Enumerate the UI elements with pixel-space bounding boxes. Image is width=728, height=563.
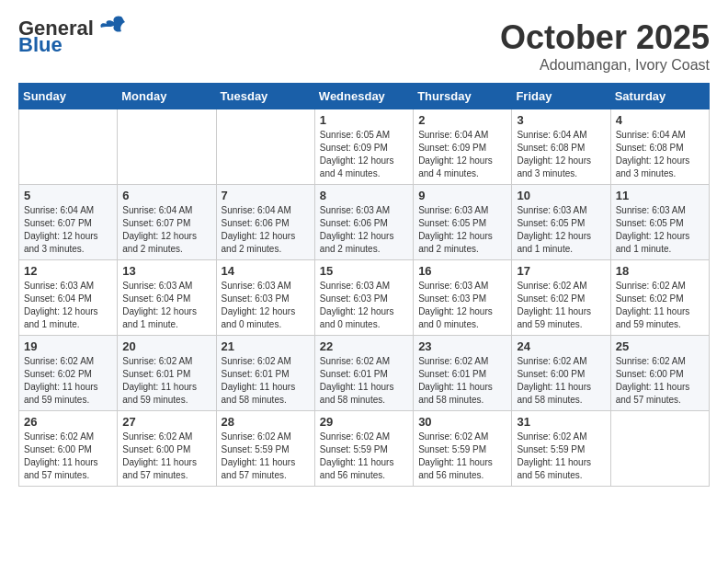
day-number: 6 <box>122 189 210 202</box>
day-number: 18 <box>616 264 704 278</box>
day-number: 15 <box>320 264 408 278</box>
calendar-cell: 13Sunrise: 6:03 AM Sunset: 6:04 PM Dayli… <box>118 260 216 336</box>
day-content: Sunrise: 6:03 AM Sunset: 6:05 PM Dayligh… <box>616 204 704 256</box>
day-content: Sunrise: 6:03 AM Sunset: 6:05 PM Dayligh… <box>418 204 506 256</box>
day-number: 3 <box>517 113 605 127</box>
day-number: 7 <box>222 189 310 202</box>
calendar-cell: 20Sunrise: 6:02 AM Sunset: 6:01 PM Dayli… <box>118 336 216 411</box>
calendar-week-row: 5Sunrise: 6:04 AM Sunset: 6:07 PM Daylig… <box>19 185 710 260</box>
month-title: October 2025 <box>500 18 710 57</box>
day-number: 14 <box>222 264 310 278</box>
calendar-cell: 14Sunrise: 6:03 AM Sunset: 6:03 PM Dayli… <box>216 260 314 336</box>
calendar-cell <box>19 109 118 185</box>
calendar-cell: 28Sunrise: 6:02 AM Sunset: 5:59 PM Dayli… <box>216 411 314 487</box>
day-content: Sunrise: 6:04 AM Sunset: 6:07 PM Dayligh… <box>24 204 112 256</box>
page-header: General Blue October 2025 Adoumangan, Iv… <box>18 18 710 74</box>
day-number: 29 <box>320 415 408 429</box>
day-content: Sunrise: 6:05 AM Sunset: 6:09 PM Dayligh… <box>320 129 408 180</box>
day-content: Sunrise: 6:02 AM Sunset: 6:00 PM Dayligh… <box>616 355 704 407</box>
day-content: Sunrise: 6:02 AM Sunset: 5:59 PM Dayligh… <box>320 431 408 482</box>
day-content: Sunrise: 6:04 AM Sunset: 6:08 PM Dayligh… <box>616 129 704 180</box>
calendar-cell: 16Sunrise: 6:03 AM Sunset: 6:03 PM Dayli… <box>414 260 512 336</box>
day-content: Sunrise: 6:03 AM Sunset: 6:03 PM Dayligh… <box>418 280 506 331</box>
logo: General Blue <box>18 18 125 55</box>
calendar-cell: 19Sunrise: 6:02 AM Sunset: 6:02 PM Dayli… <box>19 336 118 411</box>
calendar-cell <box>610 411 709 487</box>
day-content: Sunrise: 6:04 AM Sunset: 6:06 PM Dayligh… <box>222 204 310 256</box>
day-number: 30 <box>418 415 506 429</box>
day-content: Sunrise: 6:02 AM Sunset: 6:02 PM Dayligh… <box>517 280 605 331</box>
day-content: Sunrise: 6:02 AM Sunset: 6:01 PM Dayligh… <box>320 355 408 407</box>
day-number: 11 <box>616 189 704 202</box>
day-content: Sunrise: 6:04 AM Sunset: 6:07 PM Dayligh… <box>122 204 210 256</box>
day-number: 27 <box>122 415 210 429</box>
day-number: 31 <box>517 415 605 429</box>
calendar-cell: 27Sunrise: 6:02 AM Sunset: 6:00 PM Dayli… <box>118 411 216 487</box>
day-number: 5 <box>24 189 112 202</box>
calendar-cell: 22Sunrise: 6:02 AM Sunset: 6:01 PM Dayli… <box>314 336 413 411</box>
day-number: 9 <box>418 189 506 202</box>
calendar-week-row: 12Sunrise: 6:03 AM Sunset: 6:04 PM Dayli… <box>19 260 710 336</box>
day-number: 16 <box>418 264 506 278</box>
weekday-header-thursday: Thursday <box>414 84 512 109</box>
day-content: Sunrise: 6:03 AM Sunset: 6:03 PM Dayligh… <box>320 280 408 331</box>
day-number: 4 <box>616 113 704 127</box>
day-content: Sunrise: 6:04 AM Sunset: 6:08 PM Dayligh… <box>517 129 605 180</box>
calendar-cell: 3Sunrise: 6:04 AM Sunset: 6:08 PM Daylig… <box>512 109 610 185</box>
day-number: 1 <box>320 113 408 127</box>
day-number: 26 <box>24 415 112 429</box>
day-number: 10 <box>517 189 605 202</box>
calendar-cell: 7Sunrise: 6:04 AM Sunset: 6:06 PM Daylig… <box>216 185 314 260</box>
day-content: Sunrise: 6:03 AM Sunset: 6:03 PM Dayligh… <box>222 280 310 331</box>
calendar-cell: 29Sunrise: 6:02 AM Sunset: 5:59 PM Dayli… <box>314 411 413 487</box>
day-content: Sunrise: 6:02 AM Sunset: 6:01 PM Dayligh… <box>222 355 310 407</box>
calendar-cell: 12Sunrise: 6:03 AM Sunset: 6:04 PM Dayli… <box>19 260 118 336</box>
day-content: Sunrise: 6:02 AM Sunset: 6:00 PM Dayligh… <box>24 431 112 482</box>
day-number: 2 <box>418 113 506 127</box>
day-content: Sunrise: 6:02 AM Sunset: 6:01 PM Dayligh… <box>122 355 210 407</box>
weekday-header-tuesday: Tuesday <box>216 84 314 109</box>
calendar-cell: 30Sunrise: 6:02 AM Sunset: 5:59 PM Dayli… <box>414 411 512 487</box>
day-content: Sunrise: 6:03 AM Sunset: 6:04 PM Dayligh… <box>122 280 210 331</box>
location-subtitle: Adoumangan, Ivory Coast <box>500 57 710 74</box>
calendar-cell <box>118 109 216 185</box>
weekday-header-monday: Monday <box>118 84 216 109</box>
calendar-cell: 17Sunrise: 6:02 AM Sunset: 6:02 PM Dayli… <box>512 260 610 336</box>
day-number: 20 <box>122 339 210 353</box>
calendar-cell: 21Sunrise: 6:02 AM Sunset: 6:01 PM Dayli… <box>216 336 314 411</box>
title-area: October 2025 Adoumangan, Ivory Coast <box>500 18 710 74</box>
calendar-cell: 23Sunrise: 6:02 AM Sunset: 6:01 PM Dayli… <box>414 336 512 411</box>
day-content: Sunrise: 6:02 AM Sunset: 6:02 PM Dayligh… <box>616 280 704 331</box>
day-number: 21 <box>222 339 310 353</box>
calendar-cell: 31Sunrise: 6:02 AM Sunset: 5:59 PM Dayli… <box>512 411 610 487</box>
calendar-cell: 4Sunrise: 6:04 AM Sunset: 6:08 PM Daylig… <box>610 109 709 185</box>
day-content: Sunrise: 6:02 AM Sunset: 6:00 PM Dayligh… <box>517 355 605 407</box>
calendar-cell: 9Sunrise: 6:03 AM Sunset: 6:05 PM Daylig… <box>414 185 512 260</box>
day-number: 8 <box>320 189 408 202</box>
calendar-table: SundayMondayTuesdayWednesdayThursdayFrid… <box>18 83 710 487</box>
weekday-header-saturday: Saturday <box>610 84 709 109</box>
calendar-cell: 15Sunrise: 6:03 AM Sunset: 6:03 PM Dayli… <box>314 260 413 336</box>
day-content: Sunrise: 6:02 AM Sunset: 6:01 PM Dayligh… <box>418 355 506 407</box>
day-content: Sunrise: 6:02 AM Sunset: 5:59 PM Dayligh… <box>418 431 506 482</box>
day-number: 25 <box>616 339 704 353</box>
calendar-cell: 8Sunrise: 6:03 AM Sunset: 6:06 PM Daylig… <box>314 185 413 260</box>
weekday-header-sunday: Sunday <box>19 84 118 109</box>
calendar-cell <box>216 109 314 185</box>
calendar-cell: 18Sunrise: 6:02 AM Sunset: 6:02 PM Dayli… <box>610 260 709 336</box>
logo-text-blue: Blue <box>18 35 63 55</box>
calendar-cell: 10Sunrise: 6:03 AM Sunset: 6:05 PM Dayli… <box>512 185 610 260</box>
day-number: 17 <box>517 264 605 278</box>
weekday-header-wednesday: Wednesday <box>314 84 413 109</box>
day-number: 24 <box>517 339 605 353</box>
weekday-header-friday: Friday <box>512 84 610 109</box>
day-content: Sunrise: 6:02 AM Sunset: 5:59 PM Dayligh… <box>517 431 605 482</box>
logo-bird-icon <box>96 15 125 35</box>
day-content: Sunrise: 6:03 AM Sunset: 6:04 PM Dayligh… <box>24 280 112 331</box>
calendar-cell: 2Sunrise: 6:04 AM Sunset: 6:09 PM Daylig… <box>414 109 512 185</box>
calendar-cell: 11Sunrise: 6:03 AM Sunset: 6:05 PM Dayli… <box>610 185 709 260</box>
calendar-cell: 24Sunrise: 6:02 AM Sunset: 6:00 PM Dayli… <box>512 336 610 411</box>
day-content: Sunrise: 6:03 AM Sunset: 6:05 PM Dayligh… <box>517 204 605 256</box>
day-number: 12 <box>24 264 112 278</box>
calendar-cell: 6Sunrise: 6:04 AM Sunset: 6:07 PM Daylig… <box>118 185 216 260</box>
